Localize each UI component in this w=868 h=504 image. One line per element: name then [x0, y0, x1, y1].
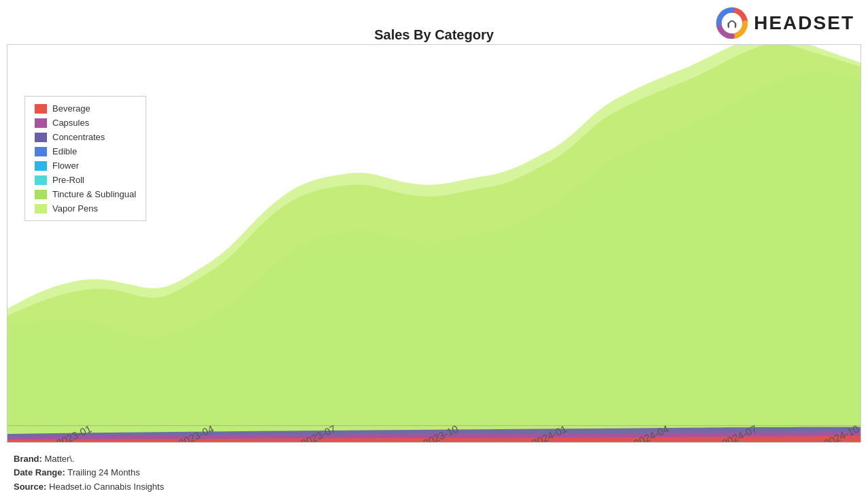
source-value: Headset.io Cannabis Insights — [49, 482, 164, 492]
chart-wrapper: 2023-01 2023-04 2023-07 2023-10 2024-01 … — [7, 44, 861, 443]
legend: Beverage Capsules Concentrates Edible Fl… — [24, 96, 146, 221]
legend-label-edible: Edible — [52, 146, 77, 156]
chart-title: Sales By Category — [374, 27, 494, 43]
legend-item-preroll: Pre-Roll — [35, 175, 136, 185]
footer-source: Source: Headset.io Cannabis Insights — [14, 480, 164, 494]
legend-label-preroll: Pre-Roll — [52, 175, 84, 185]
edible-swatch — [35, 147, 47, 156]
legend-item-edible: Edible — [35, 146, 136, 156]
legend-item-beverage: Beverage — [35, 103, 136, 114]
source-label: Source: — [14, 482, 46, 492]
legend-label-tincture: Tincture & Sublingual — [52, 189, 136, 199]
flower-swatch — [35, 161, 47, 171]
legend-label-flower: Flower — [52, 161, 79, 171]
legend-item-flower: Flower — [35, 161, 136, 171]
legend-item-tincture: Tincture & Sublingual — [35, 189, 136, 199]
page-container: HEADSET Sales By Category — [0, 0, 868, 504]
vaporpens-swatch — [35, 204, 47, 214]
logo-text: HEADSET — [754, 12, 854, 34]
legend-label-beverage: Beverage — [52, 103, 90, 114]
date-range-value: Trailing 24 Months — [67, 467, 139, 477]
footer-info: Brand: Matter\. Date Range: Trailing 24 … — [14, 452, 164, 494]
footer-date-range: Date Range: Trailing 24 Months — [14, 466, 164, 480]
beverage-swatch — [35, 104, 47, 114]
capsules-swatch — [35, 118, 47, 128]
legend-label-vaporpens: Vapor Pens — [52, 203, 98, 214]
brand-label: Brand: — [14, 454, 42, 464]
legend-label-capsules: Capsules — [52, 118, 89, 128]
legend-item-concentrates: Concentrates — [35, 132, 136, 142]
legend-label-concentrates: Concentrates — [52, 132, 105, 142]
preroll-swatch — [35, 175, 47, 185]
concentrates-swatch — [35, 133, 47, 142]
date-range-label: Date Range: — [14, 467, 65, 477]
footer-brand: Brand: Matter\. — [14, 452, 164, 467]
logo-area: HEADSET — [716, 7, 854, 39]
headset-logo-icon — [716, 7, 748, 39]
tincture-swatch — [35, 190, 47, 199]
legend-item-capsules: Capsules — [35, 118, 136, 128]
legend-item-vaporpens: Vapor Pens — [35, 203, 136, 214]
brand-value: Matter\. — [45, 454, 75, 464]
